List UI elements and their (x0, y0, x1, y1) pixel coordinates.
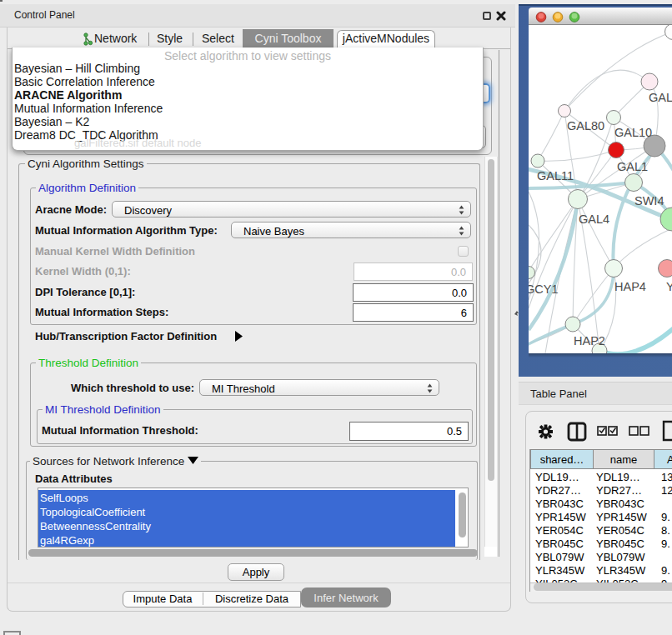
svg-text:GAL1: GAL1 (617, 160, 648, 173)
svg-text:GAL10: GAL10 (614, 126, 652, 139)
svg-text:GAL11: GAL11 (537, 169, 574, 182)
svg-text:SWI4: SWI4 (634, 194, 664, 208)
svg-text:YJ: YJ (666, 280, 672, 293)
svg-text:HAP4: HAP4 (614, 280, 646, 293)
svg-text:GAL80: GAL80 (567, 119, 604, 132)
svg-text:GAL2: GAL2 (649, 91, 672, 104)
svg-text:GAL4: GAL4 (579, 212, 609, 226)
svg-text:GCY1: GCY1 (529, 282, 559, 296)
svg-text:HAP2: HAP2 (574, 334, 605, 348)
